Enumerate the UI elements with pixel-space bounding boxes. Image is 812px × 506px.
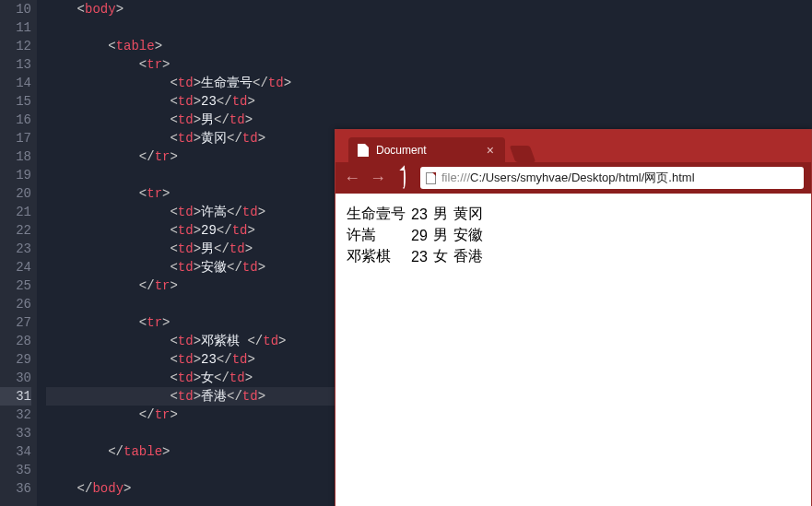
line-number: 26	[0, 295, 31, 313]
line-number: 13	[0, 55, 31, 74]
code-line: <body>	[46, 0, 812, 18]
line-number: 12	[0, 37, 31, 55]
table-row: 许嵩29男安徽	[345, 226, 485, 245]
table-cell: 女	[431, 247, 450, 266]
code-line: <td>生命壹号</td>	[46, 74, 812, 92]
line-number: 24	[0, 258, 31, 277]
address-bar[interactable]: file:///C:/Users/smyhvae/Desktop/html/网页…	[420, 167, 804, 189]
tab-title: Document	[376, 144, 427, 157]
table-cell: 邓紫棋	[345, 247, 407, 266]
line-number: 11	[0, 18, 31, 37]
line-number: 29	[0, 350, 31, 369]
close-icon[interactable]: ×	[485, 143, 496, 158]
line-number: 34	[0, 442, 31, 461]
line-number: 18	[0, 147, 31, 166]
line-number: 22	[0, 221, 31, 240]
line-number: 31	[0, 387, 31, 406]
table-cell: 香港	[452, 247, 485, 266]
code-line: <td>男</td>	[46, 111, 812, 129]
line-number: 27	[0, 313, 31, 332]
code-line: <tr>	[46, 55, 812, 74]
line-number: 21	[0, 203, 31, 221]
line-number: 15	[0, 92, 31, 111]
line-number: 14	[0, 74, 31, 92]
table-cell: 男	[431, 205, 450, 224]
table-row: 生命壹号23男黄冈	[345, 205, 485, 224]
file-icon	[426, 172, 436, 184]
reload-icon	[402, 167, 406, 189]
browser-tab-strip-area: Document ×	[335, 130, 811, 162]
back-button[interactable]: ←	[343, 169, 361, 188]
table-cell: 男	[431, 226, 450, 245]
line-number: 36	[0, 479, 31, 498]
url-path: C:/Users/smyhvae/Desktop/html/网页.html	[470, 171, 694, 184]
table-cell: 安徽	[452, 226, 485, 245]
table-cell: 生命壹号	[345, 205, 407, 224]
line-number: 19	[0, 166, 31, 184]
line-number: 23	[0, 240, 31, 258]
table-cell: 23	[409, 205, 430, 224]
line-number: 10	[0, 0, 31, 18]
line-number: 17	[0, 129, 31, 147]
table-cell: 许嵩	[345, 226, 407, 245]
line-number: 32	[0, 406, 31, 424]
code-line: <table>	[46, 37, 812, 55]
rendered-table: 生命壹号23男黄冈许嵩29男安徽邓紫棋23女香港	[343, 203, 487, 268]
table-cell: 黄冈	[452, 205, 485, 224]
url-scheme: file:///	[441, 171, 470, 184]
browser-window: Document × ← → file:///C:/Users/smyhvae/…	[335, 129, 812, 506]
line-number: 30	[0, 369, 31, 387]
new-tab-button[interactable]	[510, 146, 536, 162]
line-number: 25	[0, 277, 31, 295]
table-cell: 29	[409, 226, 430, 245]
reload-button[interactable]	[394, 169, 413, 188]
line-number: 35	[0, 461, 31, 479]
browser-viewport: 生命壹号23男黄冈许嵩29男安徽邓紫棋23女香港	[335, 194, 811, 506]
line-number: 33	[0, 424, 31, 442]
forward-button[interactable]: →	[369, 169, 387, 188]
code-line: <td>23</td>	[46, 92, 812, 111]
browser-toolbar: ← → file:///C:/Users/smyhvae/Desktop/htm…	[335, 162, 811, 194]
line-number: 16	[0, 111, 31, 129]
line-number: 20	[0, 184, 31, 203]
table-row: 邓紫棋23女香港	[345, 247, 485, 266]
table-cell: 23	[409, 247, 430, 266]
line-number-gutter: 1011121314151617181920212223242526272829…	[0, 0, 37, 506]
code-line	[46, 18, 812, 37]
browser-tab[interactable]: Document ×	[348, 137, 505, 162]
line-number: 28	[0, 332, 31, 350]
document-icon	[358, 144, 369, 157]
